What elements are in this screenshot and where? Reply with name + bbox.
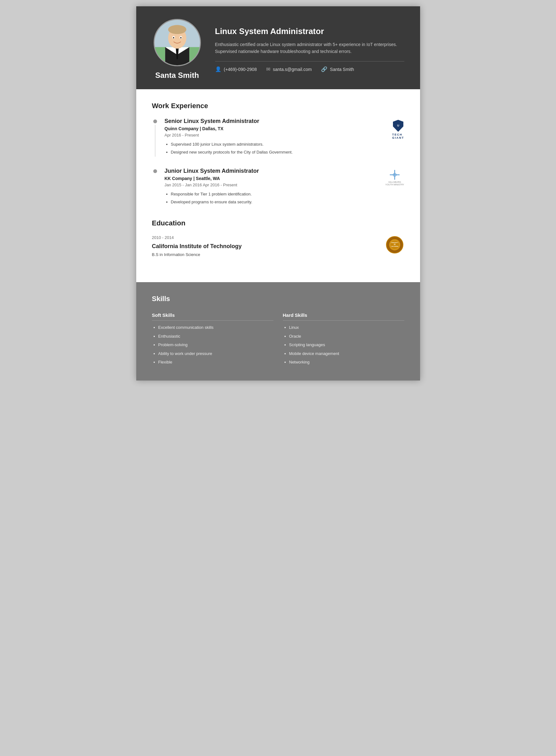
company-logo-1: U TECHGIANT [373, 118, 404, 157]
bullet-2-1: Responsible for Tier 1 problem identific… [171, 191, 367, 197]
work-experience-title: Work Experience [152, 102, 404, 110]
job-content-1: Senior Linux System Administrator Quinn … [165, 118, 367, 157]
svg-text:OF: OF [393, 243, 395, 245]
svg-text:UNIVERSITY: UNIVERSITY [391, 242, 398, 243]
timeline: Senior Linux System Administrator Quinn … [152, 118, 404, 207]
job-summary: Enthusiastic certified oracle Linux syst… [215, 41, 404, 55]
job-company-1: Quinn Company | Dallas, TX [165, 126, 367, 131]
linkedin-icon: 🔗 [321, 66, 327, 72]
edu-degree-1: B.S in Information Science [152, 252, 242, 257]
edu-dates-1: 2010 - 2014 [152, 235, 242, 240]
bullet-1-2: Designed new security protocols for the … [171, 149, 367, 155]
email-icon: ✉ [266, 66, 270, 72]
soft-skills-list: Excellent communication skills Enthusias… [152, 324, 273, 365]
timeline-dot-2 [153, 169, 157, 173]
hard-skill-3: Scripting languages [289, 342, 404, 348]
bullet-1-1: Supervised 100 junior Linux system admin… [171, 141, 367, 148]
hard-skill-2: Oracle [289, 333, 404, 339]
bullet-2-2: Developed programs to ensure data securi… [171, 199, 367, 205]
edu-item-1: 2010 - 2014 California Institute of Tech… [152, 235, 404, 257]
hard-skills-list: Linux Oracle Scripting languages Mobile … [283, 324, 404, 365]
header-section: Santa Smith Linux System Administrator E… [136, 6, 420, 89]
candidate-name: Santa Smith [155, 71, 199, 80]
job-bullets-1: Supervised 100 junior Linux system admin… [165, 141, 367, 155]
soft-skill-4: Ability to work under pressure [158, 351, 273, 357]
contact-bar: 👤 (+469)-090-2908 ✉ santa.s@gmail.com 🔗 … [215, 61, 404, 72]
timeline-dot-1 [153, 119, 157, 123]
email-contact: ✉ santa.s@gmail.com [266, 66, 312, 72]
avatar [153, 19, 201, 66]
work-experience-section: Work Experience Senior Linux System Admi… [152, 102, 404, 207]
soft-skills-title: Soft Skills [152, 313, 273, 321]
email-address: santa.s@gmail.com [273, 67, 312, 72]
timeline-line-1 [155, 125, 155, 157]
soft-skill-1: Excellent communication skills [158, 324, 273, 331]
hard-skill-4: Mobile device management [289, 351, 404, 357]
university-seal-icon: UNIVERSITY OF CALIFORNIA [388, 236, 401, 253]
soft-skill-5: Flexible [158, 359, 273, 365]
svg-point-11 [180, 37, 181, 38]
job-content-2: Junior Linux System Administrator KK Com… [165, 168, 367, 207]
phone-number: (+469)-090-2908 [224, 67, 257, 72]
svg-point-10 [173, 37, 174, 38]
tech-giant-text: TECHGIANT [392, 133, 404, 139]
skills-grid: Soft Skills Excellent communication skil… [152, 313, 404, 368]
linkedin-contact: 🔗 Santa Smith [321, 66, 354, 72]
header-right: Linux System Administrator Enthusiastic … [215, 27, 404, 73]
skills-title: Skills [152, 295, 404, 303]
caltech-seal: UNIVERSITY OF CALIFORNIA [386, 236, 403, 253]
soft-skill-3: Problem-solving [158, 342, 273, 348]
job-item-2: Junior Linux System Administrator KK Com… [152, 168, 404, 207]
svg-text:CALIFORNIA: CALIFORNIA [391, 246, 398, 247]
phone-icon: 👤 [215, 66, 221, 72]
svg-text:U: U [397, 124, 399, 127]
education-title: Education [152, 219, 404, 227]
ministry-logo: GILLSBURGYOUTH MINISTRY [385, 169, 404, 186]
svg-point-7 [168, 25, 186, 34]
header-left: Santa Smith [152, 19, 203, 80]
tech-giant-shield-icon: U [393, 119, 404, 132]
education-section: Education 2010 - 2014 California Institu… [152, 219, 404, 269]
edu-content-1: 2010 - 2014 California Institute of Tech… [152, 235, 242, 257]
hard-skill-5: Networking [289, 359, 404, 365]
edu-logo-1: UNIVERSITY OF CALIFORNIA [385, 235, 404, 254]
soft-skill-2: Enthusiastic [158, 333, 273, 339]
job-role-2: Junior Linux System Administrator [165, 168, 367, 174]
hard-skills-title: Hard Skills [283, 313, 404, 321]
phone-contact: 👤 (+469)-090-2908 [215, 66, 257, 72]
job-bullets-2: Responsible for Tier 1 problem identific… [165, 191, 367, 205]
job-title: Linux System Administrator [215, 27, 404, 36]
job-dates-1: Apr 2016 - Present [165, 133, 367, 138]
timeline-left-2 [152, 168, 158, 207]
edu-school-1: California Institute of Technology [152, 243, 242, 250]
tech-giant-logo: U TECHGIANT [392, 119, 404, 139]
job-item-1: Senior Linux System Administrator Quinn … [152, 118, 404, 157]
job-company-2: KK Company | Seattle, WA [165, 176, 367, 181]
skills-section: Skills Soft Skills Excellent communicati… [136, 282, 420, 381]
main-content: Work Experience Senior Linux System Admi… [136, 89, 420, 282]
hard-skills-column: Hard Skills Linux Oracle Scripting langu… [283, 313, 404, 368]
timeline-left-1 [152, 118, 158, 157]
job-dates-2: Jan 2015 - Jan 2016 Apr 2016 - Present [165, 183, 367, 187]
linkedin-name: Santa Smith [330, 67, 354, 72]
company-logo-2: GILLSBURGYOUTH MINISTRY [373, 168, 404, 207]
hard-skill-1: Linux [289, 324, 404, 331]
job-role-1: Senior Linux System Administrator [165, 118, 367, 124]
resume-container: Santa Smith Linux System Administrator E… [136, 6, 420, 381]
ministry-cross-icon [389, 169, 400, 180]
soft-skills-column: Soft Skills Excellent communication skil… [152, 313, 273, 368]
ministry-text: GILLSBURGYOUTH MINISTRY [385, 181, 404, 186]
